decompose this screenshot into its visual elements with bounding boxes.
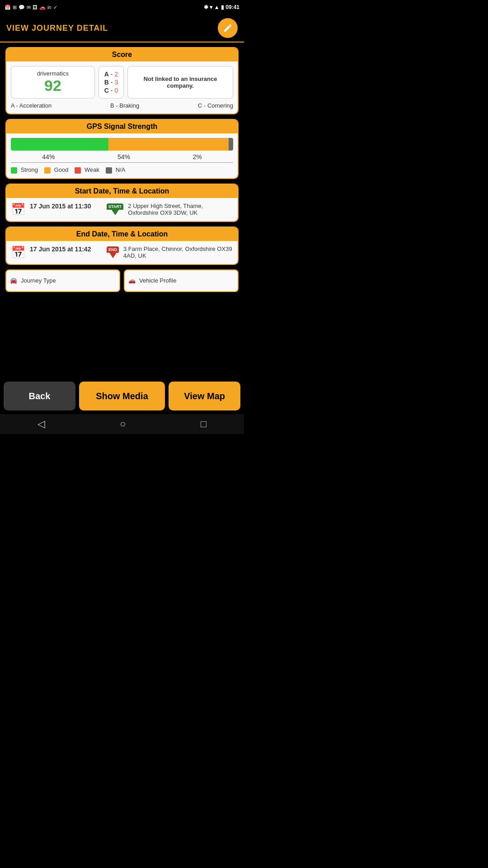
end-location-card: End Date, Time & Location 📅 17 Jun 2015 … [5, 226, 239, 265]
gps-good-bar [108, 138, 229, 151]
start-location-card: Start Date, Time & Location 📅 17 Jun 201… [5, 184, 239, 222]
nav-recent-icon[interactable]: □ [201, 418, 206, 430]
bluetooth-icon: ✱ [204, 4, 208, 10]
vehicle-icon: 🚗 [128, 277, 136, 284]
score-legend: A - Acceleration B - Braking C - Corneri… [11, 102, 233, 109]
start-card-body: 📅 17 Jun 2015 at 11:30 START 2 Upper Hig… [6, 198, 238, 221]
gps-na-pct: 2% [192, 153, 202, 160]
status-bar-right: ✱ ▾ ▲ ▮ 09:41 [204, 4, 239, 10]
status-bar-left: 📅 ⊞ 💬 ✉ 🖼 🚗 in ✓ [5, 5, 57, 10]
score-card: Score drivermatics 92 A - 2 B - 3 C - 0 … [5, 47, 239, 114]
page-title: VIEW JOURNEY DETAIL [6, 24, 108, 33]
signal-icon: ▲ [214, 4, 220, 10]
journey-type-card[interactable]: 🚘 Journey Type [5, 269, 120, 292]
gps-card: GPS Signal Strength 44% 54% 2% Strong [5, 119, 239, 179]
car-icon: 🚗 [39, 5, 46, 10]
weak-dot [75, 167, 81, 174]
score-inner: drivermatics 92 A - 2 B - 3 C - 0 Not li… [11, 66, 233, 99]
end-location-row: 📅 17 Jun 2015 at 11:42 END 3 Farm Place,… [11, 245, 233, 259]
start-address: 2 Upper High Street, Thame, Oxfordshire … [128, 203, 233, 216]
score-card-body: drivermatics 92 A - 2 B - 3 C - 0 Not li… [6, 61, 238, 113]
gps-bar [11, 138, 233, 151]
end-card-body: 📅 17 Jun 2015 at 11:42 END 3 Farm Place,… [6, 241, 238, 264]
legend-cornering: C - Cornering [198, 102, 233, 109]
score-grades-panel: A - 2 B - 3 C - 0 [99, 66, 124, 99]
score-card-header: Score [6, 48, 238, 61]
start-calendar-icon: 📅 [11, 203, 25, 217]
nav-home-icon[interactable]: ○ [120, 418, 126, 430]
start-pin-point [112, 210, 119, 215]
vehicle-profile-card[interactable]: 🚗 Vehicle Profile [124, 269, 239, 292]
start-pin: START [107, 203, 123, 215]
grade-a: 2 [114, 71, 118, 78]
main-content: Score drivermatics 92 A - 2 B - 3 C - 0 … [0, 42, 244, 378]
start-card-header: Start Date, Time & Location [6, 184, 238, 198]
score-drivermatics-panel: drivermatics 92 [11, 66, 95, 99]
start-location-row: 📅 17 Jun 2015 at 11:30 START 2 Upper Hig… [11, 203, 233, 217]
legend-na: N/A [106, 166, 125, 174]
start-pin-label: START [107, 203, 123, 210]
grid-icon: ⊞ [13, 5, 17, 10]
journey-type-icon: 🚘 [10, 277, 17, 284]
gps-strong-pct: 44% [42, 153, 55, 160]
start-date: 17 Jun 2015 at 11:30 [30, 203, 102, 210]
end-pin-label: END [107, 246, 119, 253]
time-display: 09:41 [225, 4, 239, 10]
grade-b: 3 [114, 79, 118, 86]
legend-braking: B - Braking [110, 102, 139, 109]
end-address: 3 Farm Place, Chinnor, Oxfordshire OX39 … [123, 245, 233, 259]
gps-percentages: 44% 54% 2% [11, 153, 233, 160]
chat-icon: 💬 [19, 5, 25, 10]
view-map-button[interactable]: View Map [169, 382, 240, 410]
edit-button[interactable] [218, 18, 238, 38]
legend-strong: Strong [11, 166, 38, 174]
brand-label: drivermatics [17, 70, 89, 77]
nav-back-icon[interactable]: ◁ [38, 418, 45, 430]
bottom-bar: Back Show Media View Map [0, 378, 244, 414]
gps-card-header: GPS Signal Strength [6, 120, 238, 133]
gps-legend: Strong Good Weak N/A [11, 166, 233, 174]
wifi-icon: ▾ [210, 4, 212, 10]
end-pin: END [107, 246, 119, 258]
nav-bar: ◁ ○ □ [0, 414, 244, 434]
linkedin-icon: in [47, 5, 52, 10]
mail-icon: ✉ [27, 5, 31, 10]
end-date: 17 Jun 2015 at 11:42 [30, 245, 102, 253]
strong-dot [11, 167, 17, 174]
gps-na-bar [229, 138, 233, 151]
journey-type-label: Journey Type [21, 277, 56, 284]
check-icon: ✓ [53, 5, 57, 10]
grade-c: 0 [114, 87, 118, 94]
partial-cards-row: 🚘 Journey Type 🚗 Vehicle Profile [5, 269, 239, 292]
insurance-panel: Not linked to an insurance company. [127, 66, 233, 99]
good-dot [44, 167, 51, 174]
header: VIEW JOURNEY DETAIL [0, 14, 244, 42]
na-dot [106, 167, 112, 174]
battery-icon: ▮ [221, 4, 224, 10]
gps-card-body: 44% 54% 2% Strong Good Weak [6, 133, 238, 178]
vehicle-profile-label: Vehicle Profile [139, 277, 176, 284]
gps-good-pct: 54% [117, 153, 130, 160]
insurance-text: Not linked to an insurance company. [133, 75, 227, 89]
calendar-app-icon: 📅 [5, 5, 11, 10]
status-bar: 📅 ⊞ 💬 ✉ 🖼 🚗 in ✓ ✱ ▾ ▲ ▮ 09:41 [0, 0, 244, 14]
legend-weak: Weak [75, 166, 99, 174]
show-media-button[interactable]: Show Media [79, 382, 165, 410]
gps-divider [11, 162, 233, 163]
end-pin-point [109, 253, 117, 258]
edit-icon [223, 23, 233, 33]
gps-strong-bar [11, 138, 108, 151]
back-button[interactable]: Back [4, 382, 75, 410]
end-card-header: End Date, Time & Location [6, 227, 238, 241]
end-calendar-icon: 📅 [11, 245, 25, 259]
image-icon: 🖼 [33, 5, 38, 10]
legend-good: Good [44, 166, 68, 174]
score-number: 92 [17, 77, 89, 94]
legend-acceleration: A - Acceleration [11, 102, 52, 109]
